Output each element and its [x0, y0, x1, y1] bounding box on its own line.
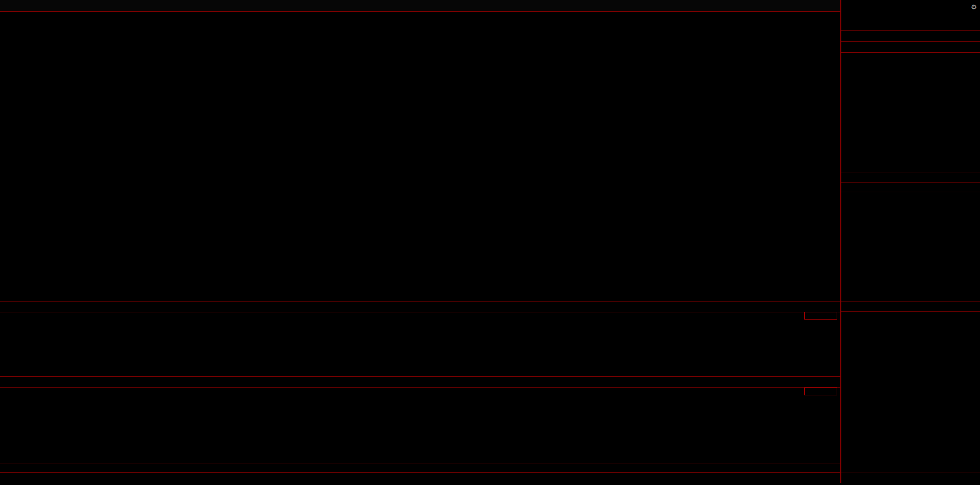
time-axis — [0, 463, 840, 473]
industry-row — [841, 301, 980, 311]
volume-label-row — [0, 242, 842, 249]
main-kline-chart[interactable] — [0, 19, 840, 242]
trade-count-row — [841, 182, 980, 191]
detail-grid — [841, 192, 980, 301]
macd-chart[interactable] — [0, 320, 840, 376]
macd-label-row — [0, 312, 842, 319]
weibi-row — [841, 30, 980, 41]
quote-panel: ⚙ — [840, 0, 980, 485]
avg-buy-row — [841, 173, 980, 182]
macd-tabs — [0, 376, 840, 388]
stock-header: ⚙ — [841, 1, 980, 13]
status-bar — [0, 483, 980, 485]
stock-name — [841, 1, 863, 12]
volume-tabs — [0, 301, 840, 312]
gear-icon[interactable]: ⚙ — [971, 3, 977, 11]
quote-mini-tabs — [841, 473, 980, 482]
avg-sell-row — [841, 41, 980, 52]
tick-list — [841, 311, 980, 473]
volume-chart[interactable] — [0, 249, 840, 301]
top-toolbar — [0, 0, 840, 12]
kdj-chart[interactable] — [0, 396, 840, 463]
kdj-label-row — [0, 388, 842, 395]
indicator-bottom-tabs — [0, 472, 840, 484]
price-row — [841, 14, 980, 29]
kdj-help-button[interactable] — [804, 388, 837, 395]
ma-indicator-row — [0, 11, 842, 19]
order-book — [841, 52, 980, 172]
trading-app-window: ⚙ — [0, 0, 980, 485]
macd-help-button[interactable] — [804, 312, 837, 320]
